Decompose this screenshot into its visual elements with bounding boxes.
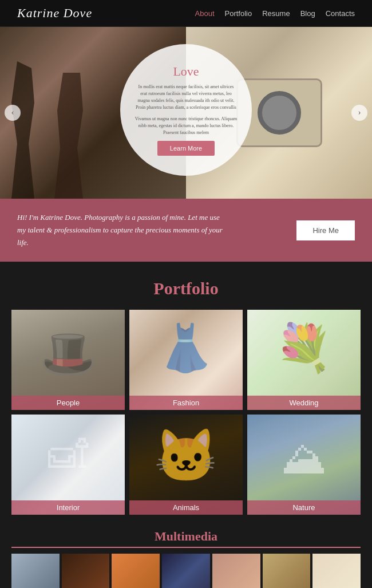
- media-thumb-7[interactable]: [312, 554, 361, 588]
- portfolio-img-wedding: [247, 310, 361, 410]
- portfolio-label-animals: Animals: [129, 500, 243, 515]
- slider-arrow-right[interactable]: ›: [351, 105, 367, 121]
- media-thumb-5[interactable]: [212, 554, 260, 588]
- portfolio-img-interior: [11, 415, 125, 515]
- hero-overlay: Love In mollis erat mattis neque facilis…: [120, 44, 252, 176]
- portfolio-grid: People Fashion Wedding Interior Animals …: [11, 310, 361, 515]
- media-thumb-2[interactable]: [62, 554, 110, 588]
- media-thumb-6[interactable]: [263, 554, 311, 588]
- hire-button[interactable]: Hire Me: [296, 220, 355, 240]
- multimedia-title: Multimedia: [11, 529, 361, 548]
- portfolio-img-fashion: [129, 310, 243, 410]
- portfolio-item-interior[interactable]: Interior: [11, 415, 125, 515]
- hero-title: Love: [173, 64, 199, 79]
- hero-section: Love In mollis erat mattis neque facilis…: [0, 27, 372, 199]
- portfolio-item-animals[interactable]: Animals: [129, 415, 243, 515]
- navigation: About Portfolio Resume Blog Contacts: [195, 9, 355, 18]
- header: Katrine Dove About Portfolio Resume Blog…: [0, 0, 372, 27]
- hero-description-2: Vivamus ut magna non nunc tristique rhon…: [134, 116, 238, 136]
- multimedia-section: Multimedia: [0, 520, 372, 588]
- multimedia-strip: [11, 554, 361, 588]
- portfolio-section: Portfolio People Fashion Wedding Interio…: [0, 262, 372, 520]
- portfolio-img-animals: [129, 415, 243, 515]
- portfolio-item-nature[interactable]: Nature: [247, 415, 361, 515]
- nav-about[interactable]: About: [195, 9, 215, 18]
- portfolio-label-nature: Nature: [247, 500, 361, 515]
- portfolio-label-people: People: [11, 396, 125, 410]
- hire-text: Hi! I'm Katrine Dove. Photography is a p…: [17, 211, 229, 249]
- nav-portfolio[interactable]: Portfolio: [225, 9, 252, 18]
- portfolio-label-interior: Interior: [11, 500, 125, 515]
- slider-arrow-left[interactable]: ‹: [5, 105, 21, 121]
- nav-contacts[interactable]: Contacts: [326, 9, 355, 18]
- portfolio-title: Portfolio: [11, 279, 361, 298]
- portfolio-img-nature: [247, 415, 361, 515]
- portfolio-img-people: [11, 310, 125, 410]
- hero-description-1: In mollis erat mattis neque facilisis, s…: [134, 84, 238, 111]
- media-thumb-4[interactable]: [162, 554, 210, 588]
- logo: Katrine Dove: [17, 6, 92, 21]
- nav-resume[interactable]: Resume: [262, 9, 290, 18]
- portfolio-item-wedding[interactable]: Wedding: [247, 310, 361, 410]
- portfolio-label-fashion: Fashion: [129, 396, 243, 410]
- media-thumb-1[interactable]: [11, 554, 60, 588]
- portfolio-item-people[interactable]: People: [11, 310, 125, 410]
- nav-blog[interactable]: Blog: [300, 9, 315, 18]
- learn-more-button[interactable]: Learn More: [157, 141, 215, 156]
- portfolio-item-fashion[interactable]: Fashion: [129, 310, 243, 410]
- portfolio-label-wedding: Wedding: [247, 396, 361, 410]
- hire-band: Hi! I'm Katrine Dove. Photography is a p…: [0, 199, 372, 262]
- media-thumb-3[interactable]: [112, 554, 160, 588]
